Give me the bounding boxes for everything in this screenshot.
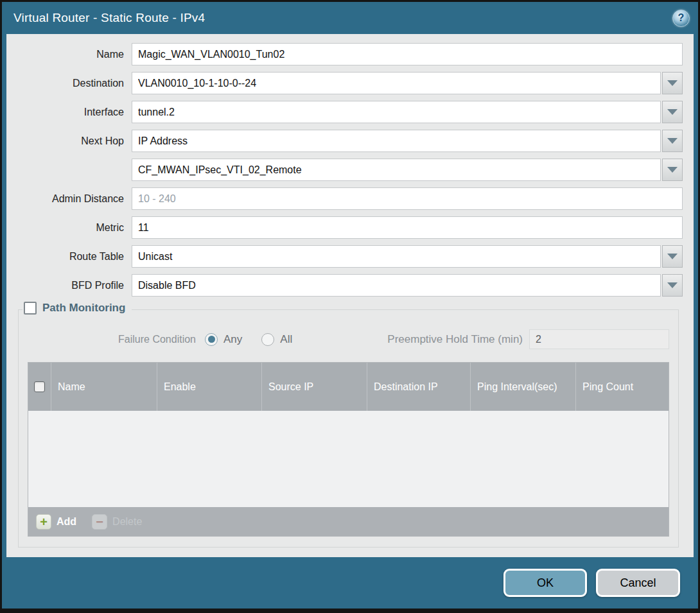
failure-condition-row: Failure Condition Any All Preemptive Hol…	[28, 329, 669, 349]
add-button-label: Add	[57, 516, 76, 528]
delete-button[interactable]: − Delete	[92, 514, 142, 530]
select-all-checkbox[interactable]	[34, 381, 45, 392]
bfd-profile-label: BFD Profile	[12, 280, 132, 291]
radio-all-label: All	[280, 333, 292, 346]
plus-icon: +	[36, 514, 51, 530]
form-row-destination: Destination	[12, 72, 683, 94]
interface-input[interactable]	[132, 101, 661, 123]
add-button[interactable]: + Add	[36, 514, 76, 530]
delete-button-label: Delete	[112, 516, 142, 528]
preemptive-hold-group: Preemptive Hold Time (min)	[387, 329, 669, 349]
metric-label: Metric	[12, 222, 132, 234]
chevron-down-icon	[667, 138, 678, 144]
chevron-down-icon	[667, 80, 678, 86]
destination-dropdown-button[interactable]	[662, 72, 683, 94]
form-row-route-table: Route Table	[12, 245, 683, 268]
next-hop-address-input[interactable]	[132, 159, 661, 181]
radio-all-icon[interactable]	[261, 333, 274, 346]
destination-label: Destination	[12, 78, 132, 89]
path-monitoring-section: Path Monitoring Failure Condition Any Al…	[18, 309, 679, 548]
column-header-name: Name	[51, 363, 157, 411]
column-header-enable: Enable	[157, 363, 262, 411]
failure-condition-any-option[interactable]: Any	[205, 333, 242, 346]
next-hop-label: Next Hop	[12, 135, 132, 147]
metric-input[interactable]	[132, 216, 683, 239]
interface-dropdown-button[interactable]	[662, 101, 683, 123]
column-header-ping-count: Ping Count	[576, 363, 669, 411]
form-row-next-hop: Next Hop	[12, 130, 683, 152]
chevron-down-icon	[667, 254, 678, 259]
column-header-destination-ip: Destination IP	[367, 363, 471, 411]
dialog-titlebar: Virtual Router - Static Route - IPv4 ?	[2, 2, 698, 34]
minus-icon: −	[92, 514, 107, 530]
path-monitoring-title: Path Monitoring	[42, 302, 125, 315]
preemptive-hold-input[interactable]	[529, 329, 669, 349]
name-label: Name	[12, 49, 132, 60]
help-icon[interactable]: ?	[672, 10, 690, 27]
interface-label: Interface	[12, 107, 132, 118]
form-row-metric: Metric	[12, 216, 683, 239]
destination-input[interactable]	[132, 72, 661, 94]
bfd-profile-dropdown-button[interactable]	[662, 274, 683, 297]
path-monitoring-checkbox[interactable]	[24, 302, 37, 315]
radio-any-icon[interactable]	[205, 333, 218, 346]
form-row-admin-distance: Admin Distance	[12, 187, 683, 210]
table-body-empty	[28, 411, 669, 507]
admin-distance-input[interactable]	[132, 187, 683, 210]
route-table-label: Route Table	[12, 251, 132, 263]
bfd-profile-input[interactable]	[132, 274, 661, 297]
chevron-down-icon	[667, 282, 678, 288]
form-row-bfd-profile: BFD Profile	[12, 274, 683, 297]
route-table-dropdown-button[interactable]	[662, 245, 683, 268]
table-header-select-all	[28, 363, 51, 411]
dialog-title: Virtual Router - Static Route - IPv4	[13, 11, 672, 25]
next-hop-type-dropdown-button[interactable]	[662, 130, 683, 152]
table-header-row: Name Enable Source IP Destination IP Pin…	[28, 363, 669, 411]
dialog-body: Name Destination Interface Next Hop	[6, 34, 694, 557]
next-hop-address-dropdown-button[interactable]	[662, 159, 683, 181]
table-toolbar: + Add − Delete	[28, 507, 669, 536]
column-header-source-ip: Source IP	[262, 363, 367, 411]
form-row-name: Name	[12, 43, 683, 65]
failure-condition-all-option[interactable]: All	[261, 333, 292, 346]
column-header-ping-interval: Ping Interval(sec)	[471, 363, 576, 411]
form-row-next-hop-value	[12, 159, 683, 181]
path-monitoring-table: Name Enable Source IP Destination IP Pin…	[28, 362, 669, 537]
chevron-down-icon	[667, 109, 678, 115]
admin-distance-label: Admin Distance	[12, 193, 132, 205]
next-hop-type-input[interactable]	[132, 130, 661, 152]
preemptive-hold-label: Preemptive Hold Time (min)	[387, 333, 523, 346]
static-route-dialog: Virtual Router - Static Route - IPv4 ? N…	[0, 0, 700, 613]
form-row-interface: Interface	[12, 101, 683, 123]
path-monitoring-legend: Path Monitoring	[22, 302, 132, 315]
failure-condition-label: Failure Condition	[28, 334, 196, 345]
chevron-down-icon	[667, 167, 678, 173]
radio-any-label: Any	[223, 333, 242, 346]
dialog-footer: OK Cancel	[2, 557, 698, 609]
name-input[interactable]	[132, 43, 683, 65]
ok-button[interactable]: OK	[503, 569, 587, 597]
route-table-input[interactable]	[132, 245, 661, 268]
cancel-button[interactable]: Cancel	[596, 569, 680, 597]
